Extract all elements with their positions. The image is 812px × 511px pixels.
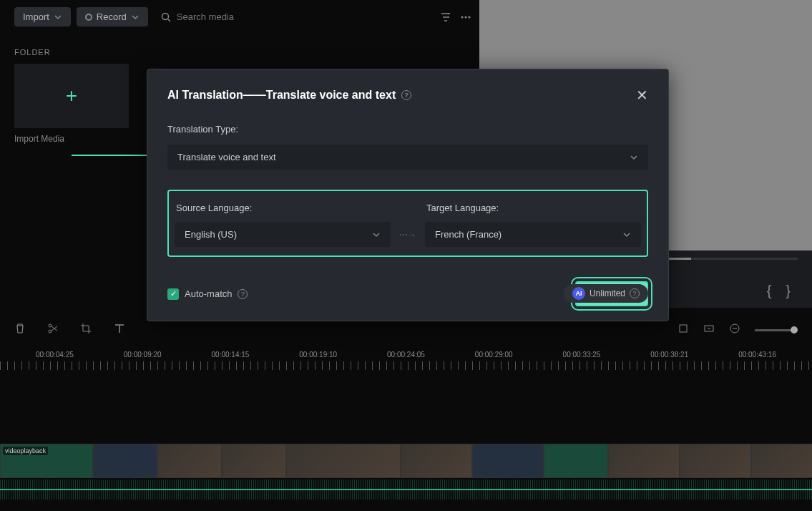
- import-button[interactable]: Import: [14, 7, 71, 26]
- modal-title: AI Translation——Translate voice and text…: [167, 89, 411, 102]
- svg-point-0: [162, 13, 168, 19]
- record-icon: [85, 14, 92, 21]
- timeline-clip[interactable]: [157, 444, 222, 478]
- brace-buttons[interactable]: {}: [767, 283, 791, 299]
- language-selection-box: Source Language: English (US) ⋯→ Target …: [167, 190, 648, 257]
- timeline-ruler[interactable]: 00:00:04:2500:00:09:2000:00:14:1500:00:1…: [0, 351, 812, 379]
- unlimited-pill[interactable]: AI Unlimited ?: [564, 284, 648, 303]
- chevron-down-icon: [131, 13, 140, 21]
- zoom-out-icon[interactable]: [729, 323, 740, 337]
- search-input[interactable]: [177, 11, 284, 22]
- automatch-row[interactable]: ✓ Auto-match ?: [167, 288, 248, 300]
- ruler-time-label: 00:00:38:21: [650, 351, 688, 359]
- chevron-down-icon: [54, 13, 62, 21]
- svg-point-4: [49, 330, 52, 333]
- ruler-time-label: 00:00:33:25: [563, 351, 601, 359]
- svg-point-5: [49, 324, 52, 327]
- automatch-checkbox[interactable]: ✓: [167, 288, 179, 300]
- automatch-label: Auto-match: [185, 288, 232, 299]
- ruler-time-label: 00:00:04:25: [36, 351, 74, 359]
- source-language-value: English (US): [185, 229, 237, 240]
- timeline-clip[interactable]: [608, 444, 680, 478]
- svg-rect-6: [680, 325, 687, 332]
- timeline-clip[interactable]: [472, 444, 544, 478]
- filter-icon[interactable]: [440, 11, 451, 23]
- arrow-right-icon: ⋯→: [399, 230, 416, 247]
- import-media-tile[interactable]: +: [14, 64, 129, 128]
- record-button[interactable]: Record: [77, 7, 148, 26]
- source-language-select[interactable]: English (US): [175, 222, 391, 247]
- crop-icon[interactable]: [80, 323, 92, 337]
- ruler-time-label: 00:00:14:15: [212, 351, 250, 359]
- unlimited-label: Unlimited: [590, 288, 625, 298]
- ruler-time-label: 00:00:09:20: [124, 351, 162, 359]
- timeline-clip[interactable]: [222, 444, 286, 478]
- target-language-label: Target Language:: [425, 203, 641, 213]
- text-icon[interactable]: [113, 322, 126, 338]
- scissors-icon[interactable]: [47, 323, 59, 337]
- import-label: Import: [23, 11, 49, 22]
- timeline-clip[interactable]: [751, 444, 812, 478]
- zoom-slider[interactable]: [755, 329, 798, 331]
- timeline-clip[interactable]: [286, 444, 401, 478]
- chevron-down-icon: [630, 153, 638, 162]
- help-icon[interactable]: ?: [238, 289, 248, 299]
- trash-icon[interactable]: [14, 323, 26, 337]
- ai-translation-modal: AI Translation——Translate voice and text…: [147, 69, 669, 321]
- timeline-clip[interactable]: [680, 444, 751, 478]
- translation-type-label: Translation Type:: [167, 124, 648, 135]
- svg-point-2: [464, 16, 466, 18]
- plus-icon: +: [66, 84, 77, 107]
- ruler-time-label: 00:00:29:00: [475, 351, 513, 359]
- timeline-tool-row: [0, 322, 812, 338]
- svg-point-1: [461, 16, 463, 18]
- search-icon: [161, 12, 171, 22]
- clip-label: videoplayback: [3, 447, 48, 455]
- fit-icon[interactable]: [703, 323, 715, 337]
- help-icon[interactable]: ?: [401, 90, 411, 100]
- chevron-down-icon: [622, 230, 631, 239]
- translation-type-select[interactable]: Translate voice and text: [167, 145, 648, 170]
- source-language-label: Source Language:: [175, 203, 391, 213]
- ruler-time-label: 00:00:19:10: [299, 351, 337, 359]
- timeline-clip[interactable]: [544, 444, 608, 478]
- translation-type-value: Translate voice and text: [177, 152, 276, 162]
- ai-badge-icon: AI: [572, 287, 585, 300]
- marker-icon[interactable]: [678, 323, 689, 337]
- record-label: Record: [97, 11, 127, 22]
- ruler-time-label: 00:00:24:05: [387, 351, 425, 359]
- svg-point-3: [468, 16, 470, 18]
- more-icon[interactable]: [460, 11, 471, 23]
- target-language-select[interactable]: French (France): [425, 222, 641, 247]
- ruler-time-label: 00:00:43:16: [738, 351, 776, 359]
- timeline-clip[interactable]: [401, 444, 472, 478]
- chevron-down-icon: [372, 230, 381, 239]
- timeline-clip[interactable]: [93, 444, 157, 478]
- search-wrap: [154, 7, 291, 26]
- timeline-track[interactable]: [0, 444, 812, 478]
- close-icon[interactable]: ✕: [636, 87, 648, 104]
- help-icon[interactable]: ?: [630, 288, 640, 298]
- waveform: [0, 480, 812, 500]
- ruler-ticks: [0, 361, 812, 370]
- target-language-value: French (France): [435, 229, 502, 240]
